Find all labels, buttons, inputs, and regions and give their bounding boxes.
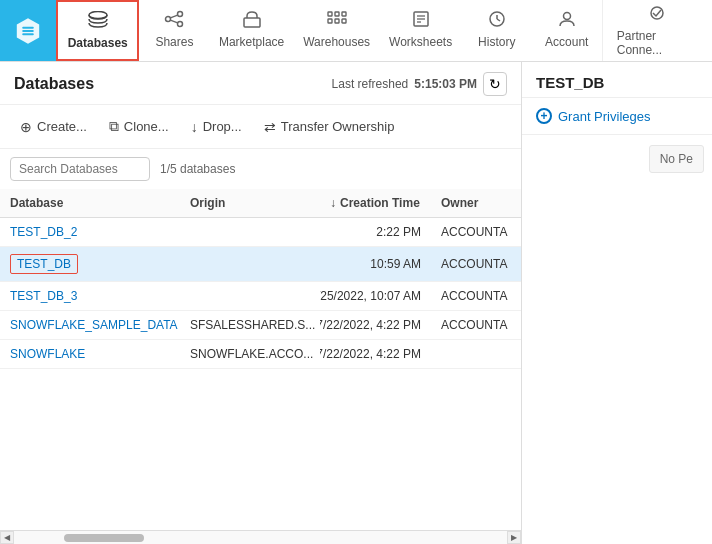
- svg-point-2: [178, 12, 183, 17]
- cell-origin-0: [180, 218, 320, 246]
- right-panel: TEST_DB + Grant Privileges No Pe: [522, 62, 712, 544]
- cell-creation-4: 7/22/2022, 4:22 PM: [320, 340, 431, 368]
- nav-label-marketplace: Marketplace: [219, 35, 284, 49]
- nav-label-history: History: [478, 35, 515, 49]
- nav-label-databases: Databases: [68, 36, 128, 50]
- cell-creation-2: 7/25/2022, 10:07 AM: [320, 282, 431, 310]
- refresh-button[interactable]: ↻: [483, 72, 507, 96]
- drop-button[interactable]: ↓ Drop...: [181, 114, 252, 140]
- toolbar: ⊕ Create... ⧉ Clone... ↓ Drop... ⇄ Trans…: [0, 105, 521, 149]
- table-row[interactable]: TEST_DB 10:59 AM ACCOUNTA: [0, 247, 521, 282]
- table-row[interactable]: TEST_DB_3 7/25/2022, 10:07 AM ACCOUNTA: [0, 282, 521, 311]
- main-content: Databases Last refreshed 5:15:03 PM ↻ ⊕ …: [0, 62, 712, 544]
- right-panel-body: No Pe: [522, 135, 712, 544]
- history-icon: [487, 10, 507, 31]
- col-header-owner: Owner: [431, 189, 521, 217]
- selected-db-link: TEST_DB: [10, 254, 78, 274]
- nav-item-warehouses[interactable]: Warehouses: [294, 0, 380, 61]
- cell-database-4: SNOWFLAKE: [0, 340, 180, 368]
- create-icon: ⊕: [20, 119, 32, 135]
- cell-origin-4: SNOWFLAKE.ACCO...: [180, 340, 320, 368]
- cell-origin-3: SFSALESSHARED.S...: [180, 311, 320, 339]
- search-row: 1/5 databases: [0, 149, 521, 189]
- nav-partner-connect[interactable]: Partner Conne...: [602, 0, 712, 61]
- nav-label-worksheets: Worksheets: [389, 35, 452, 49]
- nav-label-account: Account: [545, 35, 588, 49]
- cell-database-3: SNOWFLAKE_SAMPLE_DATA: [0, 311, 180, 339]
- cell-owner-1: ACCOUNTA: [431, 247, 521, 281]
- top-nav: Databases Shares Marketplace Warehouses …: [0, 0, 712, 62]
- svg-rect-9: [342, 12, 346, 16]
- account-icon: [557, 10, 577, 31]
- col-header-database: Database: [0, 189, 180, 217]
- clone-label: Clone...: [124, 119, 169, 134]
- svg-rect-8: [335, 12, 339, 16]
- scroll-left-arrow[interactable]: ◀: [0, 531, 14, 544]
- cell-owner-3: ACCOUNTA: [431, 311, 521, 339]
- database-table: Database Origin ↓ Creation Time Owner TE…: [0, 189, 521, 530]
- right-panel-title: TEST_DB: [522, 62, 712, 98]
- create-button[interactable]: ⊕ Create...: [10, 114, 97, 140]
- scroll-right-arrow[interactable]: ▶: [507, 531, 521, 544]
- svg-point-21: [651, 7, 663, 19]
- sort-arrow: ↓: [330, 196, 336, 210]
- svg-point-3: [178, 22, 183, 27]
- cell-owner-0: ACCOUNTA: [431, 218, 521, 246]
- nav-item-worksheets[interactable]: Worksheets: [379, 0, 461, 61]
- nav-item-marketplace[interactable]: Marketplace: [209, 0, 293, 61]
- nav-label-shares: Shares: [155, 35, 193, 49]
- svg-rect-10: [328, 19, 332, 23]
- svg-line-5: [171, 20, 178, 23]
- cell-creation-0: 2:22 PM: [320, 218, 431, 246]
- transfer-icon: ⇄: [264, 119, 276, 135]
- cell-owner-2: ACCOUNTA: [431, 282, 521, 310]
- cell-origin-2: [180, 282, 320, 310]
- db-count: 1/5 databases: [160, 162, 235, 176]
- svg-line-19: [497, 19, 500, 21]
- nav-item-shares[interactable]: Shares: [139, 0, 209, 61]
- marketplace-icon: [242, 10, 262, 31]
- transfer-ownership-button[interactable]: ⇄ Transfer Ownership: [254, 114, 405, 140]
- cell-owner-4: [431, 340, 521, 368]
- page-header: Databases Last refreshed 5:15:03 PM ↻: [0, 62, 521, 105]
- warehouses-icon: [326, 10, 348, 31]
- refresh-time: 5:15:03 PM: [414, 77, 477, 91]
- scroll-thumb[interactable]: [64, 534, 144, 542]
- cell-database-2: TEST_DB_3: [0, 282, 180, 310]
- table-row[interactable]: SNOWFLAKE SNOWFLAKE.ACCO... 7/22/2022, 4…: [0, 340, 521, 369]
- clone-button[interactable]: ⧉ Clone...: [99, 113, 179, 140]
- drop-label: Drop...: [203, 119, 242, 134]
- partner-label: Partner Conne...: [617, 29, 698, 57]
- svg-rect-11: [335, 19, 339, 23]
- svg-rect-6: [244, 18, 260, 27]
- table-row[interactable]: SNOWFLAKE_SAMPLE_DATA SFSALESSHARED.S...…: [0, 311, 521, 340]
- drop-icon: ↓: [191, 119, 198, 135]
- nav-logo: [0, 0, 56, 61]
- scroll-track[interactable]: [14, 531, 507, 544]
- grant-privileges-button[interactable]: + Grant Privileges: [522, 98, 712, 135]
- clone-icon: ⧉: [109, 118, 119, 135]
- nav-item-databases[interactable]: Databases: [56, 0, 139, 61]
- svg-rect-12: [342, 19, 346, 23]
- grant-plus-icon: +: [536, 108, 552, 124]
- nav-item-account[interactable]: Account: [532, 0, 602, 61]
- cell-database-0: TEST_DB_2: [0, 218, 180, 246]
- refresh-icon: ↻: [489, 76, 501, 92]
- cell-database-1: TEST_DB: [0, 247, 180, 281]
- cell-origin-1: [180, 247, 320, 281]
- cell-creation-1: 10:59 AM: [320, 247, 431, 281]
- nav-label-warehouses: Warehouses: [303, 35, 370, 49]
- horizontal-scrollbar[interactable]: ◀ ▶: [0, 530, 521, 544]
- nav-item-history[interactable]: History: [462, 0, 532, 61]
- table-row[interactable]: TEST_DB_2 2:22 PM ACCOUNTA: [0, 218, 521, 247]
- shares-icon: [164, 10, 184, 31]
- page-title: Databases: [14, 75, 94, 93]
- col-header-creation-time[interactable]: ↓ Creation Time: [320, 189, 431, 217]
- partner-icon: [647, 4, 667, 25]
- svg-point-1: [166, 17, 171, 22]
- search-input[interactable]: [10, 157, 150, 181]
- no-permissions-box: No Pe: [649, 145, 704, 173]
- nav-items: Databases Shares Marketplace Warehouses …: [56, 0, 712, 61]
- svg-line-4: [171, 15, 178, 18]
- transfer-label: Transfer Ownership: [281, 119, 395, 134]
